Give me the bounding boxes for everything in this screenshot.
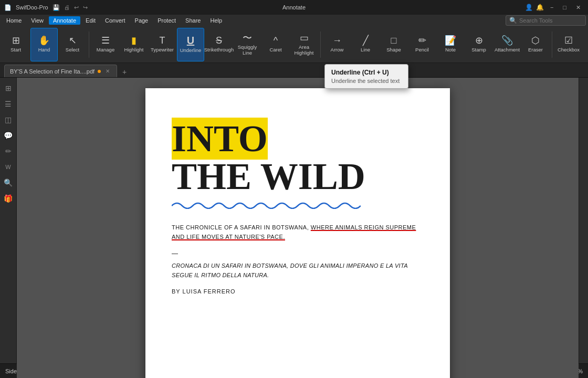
main-area: ⊞ ☰ ◫ 💬 ✏ W 🔍 🎁 1 INTO THE WILD [0,78,588,363]
menu-protect[interactable]: Protect [153,16,180,25]
sidebar-layers-icon[interactable]: ◫ [1,112,16,127]
tool-start[interactable]: ⊞ Start [2,28,29,61]
tool-checkbox[interactable]: ☑ Checkbox [555,28,582,61]
tool-typewriter[interactable]: T Typewriter [149,28,176,61]
app-icon: 📄 [4,4,12,11]
tool-note[interactable]: 📝 Note [437,28,464,61]
title-bar-right: 👤 🔔 − □ ✕ [525,3,584,12]
tool-line[interactable]: ╱ Line [352,28,379,61]
sidebar-comments-icon[interactable]: 💬 [1,128,16,143]
search-icon: 🔍 [509,17,517,24]
tab-close-button[interactable]: ✕ [104,68,111,75]
tool-area-highlight[interactable]: ▭ AreaHighlight [290,28,318,61]
pencil-icon: ✏ [418,36,426,45]
menu-edit[interactable]: Edit [81,16,100,25]
squiggly-line-decoration [172,200,424,211]
search-tools-input[interactable] [519,17,582,24]
sidebar-home-icon[interactable]: ⊞ [1,81,16,96]
bell-icon[interactable]: 🔔 [536,4,544,11]
tool-eraser[interactable]: ⬡ Eraser [522,28,549,61]
tool-manage[interactable]: ☰ Manage [92,28,119,61]
sidebar-search-icon[interactable]: 🔍 [1,175,16,190]
tool-caret-label: Caret [269,47,281,52]
pdf-title-into: INTO [172,118,268,160]
menu-page[interactable]: Page [131,16,153,25]
search-tools-box[interactable]: 🔍 [506,15,586,26]
tool-underline-label: Underline [180,47,202,53]
pdf-canvas[interactable]: 1 INTO THE WILD [17,78,579,378]
tool-typewriter-label: Typewriter [151,47,174,52]
user-icon[interactable]: 👤 [525,4,533,11]
line-icon: ╱ [363,36,369,45]
stamp-icon: ⊕ [475,36,483,45]
menu-annotate[interactable]: Annotate [49,16,80,25]
pdf-dash: — [172,250,424,257]
tool-start-label: Start [10,47,21,52]
checkbox-icon: ☑ [564,36,573,45]
maximize-button[interactable]: □ [560,3,570,12]
start-icon: ⊞ [12,36,20,45]
menu-bar: Home View Annotate Edit Convert Page Pro… [0,15,588,26]
tab-bar: BY'S A Selection of Fine Ita....pdf ✕ + [0,63,588,78]
pdf-subtitle: THE CHRONICLE OF A SAFARI IN BOTSWANA, W… [172,223,424,242]
tool-shape-label: Shape [386,47,401,52]
select-icon: ↖ [69,36,77,45]
tool-arrow[interactable]: → Arrow [323,28,351,61]
tool-underline[interactable]: U Underline Underline (Ctrl + U) Underli… [177,28,204,61]
tool-attachment-label: Attachment [495,47,520,52]
sidebar-pages-icon[interactable]: ☰ [1,97,16,111]
window-title: Annotate [282,4,306,10]
tool-eraser-label: Eraser [528,47,543,52]
minimize-button[interactable]: − [547,3,556,12]
tool-attachment[interactable]: 📎 Attachment [494,28,521,61]
underline-tooltip: Underline (Ctrl + U) Underline the selec… [324,64,408,89]
title-bar-print-icon[interactable]: 🖨 [64,4,70,10]
tab-modified-dot [98,70,101,73]
pdf-tab[interactable]: BY'S A Selection of Fine Ita....pdf ✕ [4,65,117,77]
menu-home[interactable]: Home [2,16,26,25]
menu-view[interactable]: View [27,16,48,25]
underline-icon: U [187,35,194,46]
title-bar-save-icon[interactable]: 💾 [52,4,60,11]
sidebar-signatures-icon[interactable]: ✏ [1,144,16,159]
close-button[interactable]: ✕ [573,3,584,12]
highlight-icon: ▮ [131,36,136,45]
divider-1 [89,32,89,58]
arrow-icon: → [332,36,342,45]
tool-caret[interactable]: ^ Caret [262,28,289,61]
tool-pencil[interactable]: ✏ Pencil [408,28,436,61]
area-highlight-icon: ▭ [300,33,309,43]
typewriter-icon: T [160,36,165,45]
title-bar-undo-icon[interactable]: ↩ [74,4,79,11]
subtitle-normal: THE CHRONICLE OF A SAFARI IN BOTSWANA, [172,224,311,230]
note-icon: 📝 [445,36,456,45]
tool-highlight[interactable]: ▮ Highlight [120,28,148,61]
tool-shape[interactable]: □ Shape [380,28,407,61]
new-tab-button[interactable]: + [119,67,130,77]
tool-strikethrough-label: Strikethrough [204,47,234,52]
title-bar: 📄 SwifDoo-Pro 💾 🖨 ↩ ↪ Annotate 👤 🔔 − □ ✕ [0,0,588,15]
tool-hand[interactable]: ✋ Hand [30,28,58,61]
pdf-italian-text: CRONACA DI UN SAFARI IN BOTSWANA, DOVE G… [172,261,424,280]
menu-convert[interactable]: Convert [101,16,130,25]
divider-3 [552,32,552,58]
pdf-title-wild: THE WILD [172,158,424,195]
app-name: SwifDoo-Pro [16,4,48,10]
tool-squiggly[interactable]: 〜 Squiggly Line [234,28,261,61]
divider-2 [320,32,321,58]
tool-stamp[interactable]: ⊕ Stamp [465,28,492,61]
tool-strikethrough[interactable]: S Strikethrough [205,28,233,61]
tooltip-title: Underline (Ctrl + U) [331,69,402,76]
sidebar-fields-icon[interactable]: W [1,160,16,174]
title-bar-redo-icon[interactable]: ↪ [83,4,88,11]
sidebar-gift-icon[interactable]: 🎁 [1,191,16,206]
menu-share[interactable]: Share [181,16,205,25]
tool-select-label: Select [66,47,79,52]
pdf-author: BY LUISA FERRERO [172,288,424,295]
eraser-icon: ⬡ [531,36,540,45]
tool-select[interactable]: ↖ Select [59,28,86,61]
tool-stamp-label: Stamp [471,47,486,52]
right-panel [579,78,588,363]
hand-icon: ✋ [38,36,50,45]
menu-help[interactable]: Help [206,16,226,25]
